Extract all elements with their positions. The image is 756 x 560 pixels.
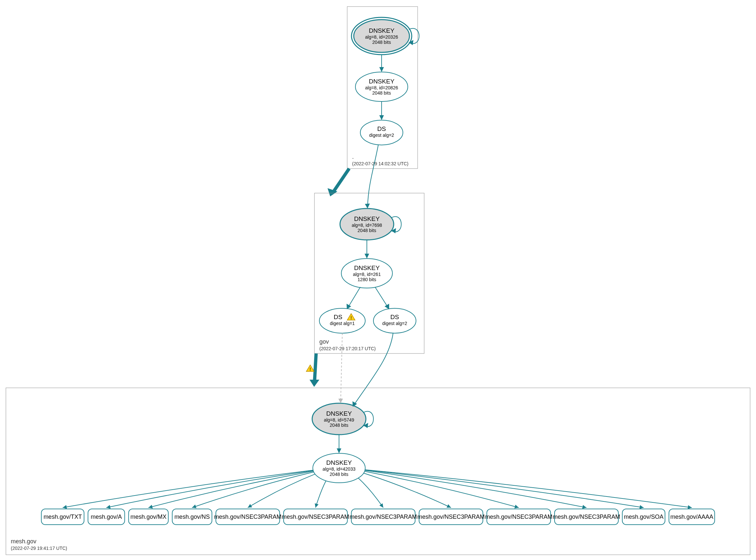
zone-label-gov: gov [319, 338, 329, 345]
warning-icon: ! [306, 365, 314, 372]
edge-gov-zsk-ds1 [348, 287, 360, 308]
edge-root-ds-gov-ksk [368, 145, 378, 207]
svg-marker-10 [379, 67, 384, 72]
svg-text:!: ! [310, 366, 311, 372]
delegation-gov-mesh [314, 354, 316, 383]
rrset-label: mesh.gov/NSEC3PARAM [349, 514, 417, 520]
zone-label-root: . [352, 154, 354, 160]
svg-marker-53 [106, 505, 111, 509]
rrset-label: mesh.gov/AAAA [670, 514, 713, 520]
zone-label-mesh: mesh.gov [11, 538, 36, 545]
rrset-label: mesh.gov/SOA [624, 514, 663, 520]
svg-text:2048 bits: 2048 bits [330, 472, 349, 477]
rrset-label: mesh.gov/NSEC3PARAM [214, 514, 282, 520]
gov-ksk-node: DNSKEY alg=8, id=7698 2048 bits [340, 208, 394, 240]
edge-mesh-zsk-rrset [192, 472, 314, 508]
edge-gov-zsk-ds2 [375, 287, 388, 308]
root-ksk-node: DNSKEY alg=8, id=20326 2048 bits [351, 17, 412, 55]
svg-text:2048 bits: 2048 bits [372, 90, 391, 96]
mesh-ksk-node: DNSKEY alg=8, id=5749 2048 bits [312, 403, 366, 435]
svg-marker-60 [514, 505, 519, 508]
svg-text:digest alg=2: digest alg=2 [382, 321, 407, 326]
edge-mesh-zsk-rrset [365, 471, 519, 508]
svg-marker-36 [385, 304, 389, 309]
svg-marker-61 [582, 505, 586, 509]
svg-text:2048 bits: 2048 bits [372, 40, 391, 45]
edge-mesh-zsk-rrset [62, 470, 313, 508]
mesh-zsk-node: DNSKEY alg=8, id=42033 2048 bits [313, 453, 365, 483]
gov-zsk-node: DNSKEY alg=8, id=261 1280 bits [341, 259, 392, 288]
svg-text:alg=8, id=5749: alg=8, id=5749 [324, 417, 354, 422]
svg-marker-58 [379, 503, 383, 508]
rrset-label: mesh.gov/A [91, 514, 122, 520]
svg-marker-45 [338, 399, 343, 403]
svg-text:DNSKEY: DNSKEY [326, 410, 352, 417]
svg-text:DS: DS [334, 314, 342, 320]
rrset-label: mesh.gov/TXT [43, 514, 82, 520]
svg-text:DNSKEY: DNSKEY [326, 459, 352, 466]
svg-text:DNSKEY: DNSKEY [369, 27, 394, 34]
svg-marker-26 [365, 254, 369, 259]
zone-timestamp-gov: (2022-07-29 17:20:17 UTC) [319, 346, 376, 351]
svg-text:alg=8, id=20826: alg=8, id=20826 [365, 85, 398, 90]
svg-text:digest alg=1: digest alg=1 [330, 321, 355, 326]
svg-marker-32 [347, 304, 351, 309]
gov-ds2-node: DS digest alg=2 [373, 308, 416, 333]
svg-marker-54 [148, 505, 153, 508]
svg-marker-52 [62, 505, 67, 509]
svg-text:alg=8, id=20326: alg=8, id=20326 [365, 34, 398, 40]
svg-text:DNSKEY: DNSKEY [354, 215, 380, 222]
svg-text:!: ! [350, 315, 352, 320]
svg-text:DNSKEY: DNSKEY [354, 264, 380, 271]
svg-text:DNSKEY: DNSKEY [369, 78, 394, 85]
svg-text:2048 bits: 2048 bits [330, 422, 349, 428]
edge-mesh-zsk-rrset [358, 478, 383, 508]
edge-gov-ds1-mesh-ksk [341, 333, 342, 402]
root-zsk-node: DNSKEY alg=8, id=20826 2048 bits [355, 72, 408, 101]
rrset-label: mesh.gov/NS [174, 514, 210, 520]
zone-timestamp-mesh: (2022-07-29 19:41:17 UTC) [11, 546, 67, 551]
svg-text:alg=8, id=261: alg=8, id=261 [353, 272, 381, 277]
svg-marker-55 [192, 504, 196, 508]
delegation-root-gov [332, 168, 349, 193]
svg-text:1280 bits: 1280 bits [358, 277, 376, 282]
svg-marker-37 [310, 380, 319, 387]
svg-marker-20 [365, 204, 370, 208]
rrset-label: mesh.gov/MX [130, 514, 167, 520]
svg-marker-14 [379, 115, 384, 120]
svg-marker-51 [337, 448, 341, 453]
rrset-label: mesh.gov/NSEC3PARAM [417, 514, 485, 520]
svg-text:2048 bits: 2048 bits [358, 228, 376, 233]
rrset-label: mesh.gov/NSEC3PARAM [485, 514, 553, 520]
svg-text:alg=8, id=7698: alg=8, id=7698 [352, 223, 382, 228]
rrset-label: mesh.gov/NSEC3PARAM [553, 514, 620, 520]
svg-marker-62 [639, 505, 644, 509]
gov-ds1-node: DS digest alg=1 ! [319, 308, 365, 333]
zone-timestamp-root: (2022-07-29 14:02:32 UTC) [352, 161, 408, 166]
edge-mesh-zsk-rrset [365, 470, 586, 508]
root-ds-node: DS digest alg=2 [360, 120, 403, 145]
svg-text:digest alg=2: digest alg=2 [369, 133, 394, 138]
edge-mesh-zsk-rrset [315, 481, 326, 508]
svg-text:alg=8, id=42033: alg=8, id=42033 [323, 466, 356, 472]
svg-marker-63 [687, 505, 692, 509]
rrset-label: mesh.gov/NSEC3PARAM [282, 514, 349, 520]
edge-gov-ds2-mesh-ksk [354, 333, 393, 405]
svg-text:DS: DS [377, 125, 386, 132]
svg-text:DS: DS [390, 314, 399, 320]
dnssec-auth-graph: . (2022-07-29 14:02:32 UTC) DNSKEY alg=8… [0, 0, 756, 560]
